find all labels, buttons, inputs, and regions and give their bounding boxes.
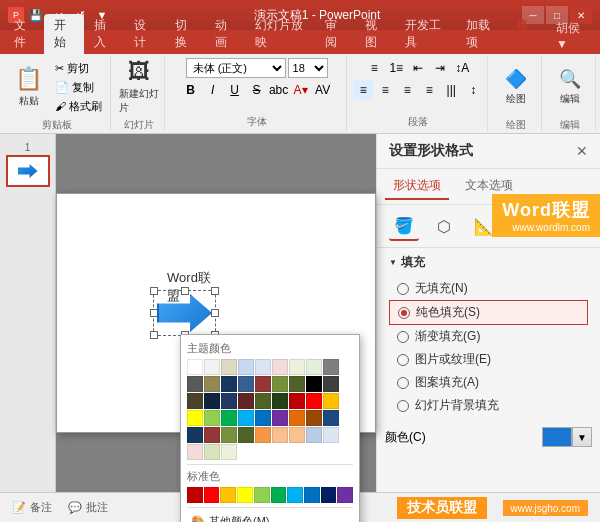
status-comments[interactable]: 💬 批注 — [68, 500, 108, 515]
theme-color-swatch[interactable] — [289, 427, 305, 443]
theme-color-swatch[interactable] — [187, 359, 203, 375]
format-panel-close-btn[interactable]: ✕ — [576, 143, 588, 159]
theme-color-swatch[interactable] — [272, 376, 288, 392]
theme-color-swatch[interactable] — [306, 393, 322, 409]
picture-fill-option[interactable]: 图片或纹理(E) — [389, 348, 588, 371]
theme-color-swatch[interactable] — [204, 376, 220, 392]
no-fill-option[interactable]: 无填充(N) — [389, 277, 588, 300]
strikethrough-btn[interactable]: S — [247, 80, 267, 100]
tab-slideshow[interactable]: 幻灯片放映 — [245, 14, 315, 54]
theme-color-swatch[interactable] — [255, 393, 271, 409]
handle-tc[interactable] — [181, 287, 189, 295]
theme-color-swatch[interactable] — [323, 393, 339, 409]
theme-color-swatch[interactable] — [238, 427, 254, 443]
theme-color-swatch[interactable] — [272, 359, 288, 375]
standard-color-swatch[interactable] — [204, 487, 220, 503]
underline-btn[interactable]: U — [225, 80, 245, 100]
gradient-fill-radio[interactable] — [397, 331, 409, 343]
theme-color-swatch[interactable] — [306, 410, 322, 426]
theme-color-swatch[interactable] — [204, 444, 220, 460]
char-spacing-btn[interactable]: AV — [313, 80, 333, 100]
new-slide-btn[interactable]: 🖼 新建幻灯片 — [119, 58, 159, 116]
tab-user[interactable]: 胡侯▼ — [546, 17, 596, 54]
handle-tl[interactable] — [150, 287, 158, 295]
handle-tr[interactable] — [211, 287, 219, 295]
no-fill-radio[interactable] — [397, 283, 409, 295]
align-right-btn[interactable]: ≡ — [397, 80, 417, 100]
copy-btn[interactable]: 📄 复制 — [51, 78, 106, 96]
theme-color-swatch[interactable] — [323, 410, 339, 426]
theme-color-swatch[interactable] — [323, 427, 339, 443]
theme-color-swatch[interactable] — [221, 427, 237, 443]
theme-color-swatch[interactable] — [255, 427, 271, 443]
italic-btn[interactable]: I — [203, 80, 223, 100]
standard-color-swatch[interactable] — [287, 487, 303, 503]
paste-btn[interactable]: 📋 粘贴 — [9, 58, 49, 116]
cols-btn[interactable]: ||| — [441, 80, 461, 100]
theme-color-swatch[interactable] — [289, 359, 305, 375]
tab-developer[interactable]: 开发工具 — [395, 14, 455, 54]
solid-fill-option[interactable]: 纯色填充(S) — [389, 300, 588, 325]
theme-color-swatch[interactable] — [187, 427, 203, 443]
theme-color-swatch[interactable] — [204, 410, 220, 426]
theme-color-swatch[interactable] — [238, 393, 254, 409]
indent-increase-btn[interactable]: ⇥ — [430, 58, 450, 78]
standard-color-swatch[interactable] — [337, 487, 353, 503]
standard-color-swatch[interactable] — [237, 487, 253, 503]
indent-decrease-btn[interactable]: ⇤ — [408, 58, 428, 78]
tab-view[interactable]: 视图 — [355, 14, 395, 54]
theme-color-swatch[interactable] — [187, 410, 203, 426]
slide-fill-option[interactable]: 幻灯片背景填充 — [389, 394, 588, 417]
pattern-fill-radio[interactable] — [397, 377, 409, 389]
arrange-btn[interactable]: 🔷 绘图 — [496, 58, 536, 116]
theme-color-swatch[interactable] — [255, 376, 271, 392]
status-notes[interactable]: 📝 备注 — [12, 500, 52, 515]
theme-color-swatch[interactable] — [323, 376, 339, 392]
format-painter-btn[interactable]: 🖌 格式刷 — [51, 97, 106, 115]
fill-line-icon-btn[interactable]: 🪣 — [389, 211, 419, 241]
line-spacing-btn[interactable]: ↕ — [463, 80, 483, 100]
theme-color-swatch[interactable] — [238, 376, 254, 392]
theme-color-swatch[interactable] — [221, 410, 237, 426]
theme-color-swatch[interactable] — [221, 359, 237, 375]
tab-home[interactable]: 开始 — [44, 14, 84, 54]
standard-color-swatch[interactable] — [187, 487, 203, 503]
tab-insert[interactable]: 插入 — [84, 14, 124, 54]
theme-color-swatch[interactable] — [204, 427, 220, 443]
color-swatch-btn[interactable] — [542, 427, 572, 447]
tab-file[interactable]: 文件 — [4, 14, 44, 54]
theme-color-swatch[interactable] — [306, 376, 322, 392]
standard-color-swatch[interactable] — [304, 487, 320, 503]
slide-fill-radio[interactable] — [397, 400, 409, 412]
font-name-select[interactable]: 未体 (正文) — [186, 58, 286, 78]
theme-color-swatch[interactable] — [323, 359, 339, 375]
solid-fill-radio[interactable] — [398, 307, 410, 319]
fill-section-header[interactable]: ▼ 填充 — [389, 254, 588, 271]
shadow-btn[interactable]: abc — [269, 80, 289, 100]
standard-color-swatch[interactable] — [220, 487, 236, 503]
theme-color-swatch[interactable] — [221, 444, 237, 460]
theme-color-swatch[interactable] — [306, 427, 322, 443]
editing-btn[interactable]: 🔍 编辑 — [550, 58, 590, 116]
theme-color-swatch[interactable] — [187, 444, 203, 460]
tab-animations[interactable]: 动画 — [205, 14, 245, 54]
align-center-btn[interactable]: ≡ — [375, 80, 395, 100]
handle-ml[interactable] — [150, 309, 158, 317]
theme-color-swatch[interactable] — [221, 376, 237, 392]
tab-format[interactable]: 格式 — [506, 14, 546, 54]
theme-color-swatch[interactable] — [289, 376, 305, 392]
standard-color-swatch[interactable] — [254, 487, 270, 503]
theme-color-swatch[interactable] — [221, 393, 237, 409]
theme-color-swatch[interactable] — [204, 359, 220, 375]
tab-addins[interactable]: 加载项 — [456, 14, 506, 54]
handle-mr[interactable] — [211, 309, 219, 317]
format-tab-shape[interactable]: 形状选项 — [385, 173, 449, 200]
cut-btn[interactable]: ✂ 剪切 — [51, 59, 106, 77]
pattern-fill-option[interactable]: 图案填充(A) — [389, 371, 588, 394]
text-dir-btn[interactable]: ↕A — [452, 58, 472, 78]
standard-color-swatch[interactable] — [271, 487, 287, 503]
align-left-btn[interactable]: ≡ — [353, 80, 373, 100]
shape-container[interactable]: Word联盟 — [157, 294, 212, 332]
numbering-btn[interactable]: 1≡ — [386, 58, 406, 78]
theme-color-swatch[interactable] — [272, 427, 288, 443]
